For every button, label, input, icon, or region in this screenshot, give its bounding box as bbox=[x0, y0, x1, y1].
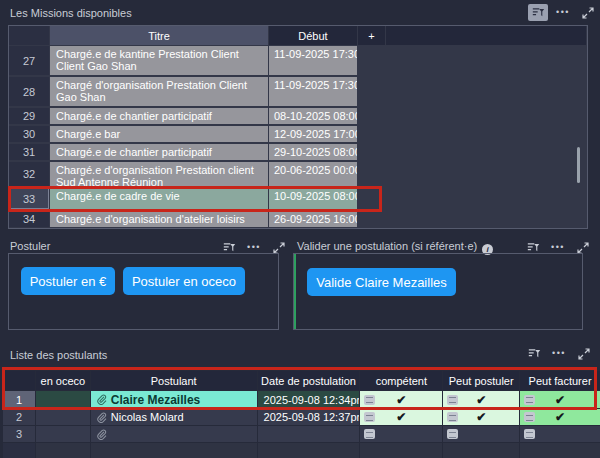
postuler-euro-button[interactable]: Postuler en € bbox=[21, 267, 115, 295]
postulant-row-number: 3 bbox=[3, 426, 35, 442]
peut-facturer-checkbox-cell[interactable]: ✔ bbox=[520, 391, 600, 408]
peut-postuler-checkbox-cell[interactable] bbox=[443, 426, 519, 442]
mission-start-cell[interactable]: 20-06-2025 00:00 bbox=[269, 162, 357, 186]
postulant-oceco-cell[interactable] bbox=[36, 426, 90, 442]
postulants-header-peut-facturer[interactable]: Peut facturer bbox=[520, 371, 600, 390]
missions-header-titre[interactable]: Titre bbox=[50, 26, 268, 45]
checkbox-menu-icon[interactable] bbox=[364, 412, 375, 422]
check-icon: ✔ bbox=[555, 394, 565, 406]
valider-panel: Valide Claire Mezailles bbox=[293, 253, 583, 330]
paperclip-icon[interactable] bbox=[96, 429, 107, 440]
checkbox-menu-icon[interactable] bbox=[447, 412, 458, 422]
valide-claire-button[interactable]: Valide Claire Mezailles bbox=[307, 268, 456, 296]
postuler-more-icon[interactable]: ••• bbox=[247, 243, 261, 252]
checkbox-menu-icon[interactable] bbox=[364, 395, 375, 405]
competent-checkbox-cell[interactable] bbox=[360, 426, 442, 442]
postulant-oceco-cell[interactable] bbox=[36, 409, 90, 425]
mission-title-cell[interactable]: Chargé.e d'organisation d'atelier loisir… bbox=[50, 211, 268, 227]
postulant-name-cell[interactable] bbox=[91, 443, 257, 458]
mission-title-cell[interactable]: Chargé.e de chantier participatif bbox=[50, 144, 268, 160]
mission-start-cell[interactable]: 12-09-2025 17:00 bbox=[269, 126, 357, 142]
paperclip-icon[interactable] bbox=[96, 412, 107, 423]
postulant-row-number: 2 bbox=[3, 409, 35, 425]
mission-start-cell[interactable]: 11-09-2025 17:30 bbox=[269, 46, 357, 75]
paperclip-icon[interactable] bbox=[96, 394, 107, 405]
missions-filter-icon[interactable] bbox=[528, 4, 548, 21]
postulant-row[interactable]: 3 bbox=[3, 426, 600, 442]
postulants-more-icon[interactable]: ••• bbox=[552, 349, 566, 358]
mission-title-cell[interactable]: Chargé.e de kantine Prestation Client Cl… bbox=[50, 46, 268, 75]
peut-facturer-checkbox-cell[interactable] bbox=[520, 426, 600, 442]
missions-expand-icon[interactable] bbox=[578, 4, 598, 21]
postulants-header-rownum bbox=[3, 371, 35, 390]
mission-row[interactable]: 30 Chargé.e bar 12-09-2025 17:00 bbox=[9, 126, 587, 142]
postulant-oceco-cell[interactable] bbox=[36, 391, 90, 408]
mission-row[interactable]: 29 Chargé.e de chantier participatif 08-… bbox=[9, 108, 587, 124]
mission-row-number: 29 bbox=[9, 108, 49, 124]
checkbox-menu-icon[interactable] bbox=[524, 429, 535, 439]
mission-row[interactable]: 31 Chargé.e de chantier participatif 29-… bbox=[9, 144, 587, 160]
peut-facturer-checkbox-cell[interactable] bbox=[520, 443, 600, 458]
missions-panel-title: Les Missions disponibles bbox=[10, 7, 132, 19]
mission-row[interactable]: 34 Chargé.e d'organisation d'atelier loi… bbox=[9, 211, 587, 227]
mission-title-cell[interactable]: Chargé d'organisation Prestation Client … bbox=[50, 77, 268, 106]
postulant-oceco-cell[interactable] bbox=[36, 443, 90, 458]
mission-title-cell[interactable]: Chargé.e d'organisation Prestation clien… bbox=[50, 162, 268, 186]
peut-postuler-checkbox-cell[interactable]: ✔ bbox=[443, 409, 519, 425]
valider-title-text: Valider une postulation (si référent·e) bbox=[297, 240, 477, 252]
postulant-row[interactable] bbox=[3, 443, 600, 458]
mission-start-cell[interactable]: 10-09-2025 08:00 bbox=[269, 188, 357, 209]
postulant-row[interactable]: 1 Claire Mezailles 2025-09-08 12:34pm ✔ … bbox=[3, 391, 600, 408]
competent-checkbox-cell[interactable]: ✔ bbox=[360, 391, 442, 408]
peut-postuler-checkbox-cell[interactable]: ✔ bbox=[443, 391, 519, 408]
checkbox-menu-icon[interactable] bbox=[447, 395, 458, 405]
missions-vertical-scrollbar[interactable] bbox=[577, 147, 580, 183]
missions-more-icon[interactable]: ••• bbox=[556, 8, 570, 17]
mission-row-number: 34 bbox=[9, 211, 49, 227]
valider-more-icon[interactable]: ••• bbox=[551, 243, 565, 252]
postulants-header-postulant[interactable]: Postulant bbox=[91, 371, 257, 390]
peut-facturer-checkbox-cell[interactable]: ✔ bbox=[520, 409, 600, 425]
mission-start-cell[interactable]: 08-10-2025 08:00 bbox=[269, 108, 357, 124]
postulants-header-en-oceco[interactable]: en oceco bbox=[36, 371, 90, 390]
competent-checkbox-cell[interactable]: ✔ bbox=[360, 409, 442, 425]
postulant-date-cell[interactable] bbox=[258, 443, 360, 458]
mission-start-cell[interactable]: 29-10-2025 08:00 bbox=[269, 144, 357, 160]
postulants-rows: 1 Claire Mezailles 2025-09-08 12:34pm ✔ … bbox=[3, 391, 600, 458]
mission-row[interactable]: 33 Chargé.e de cadre de vie 10-09-2025 0… bbox=[9, 188, 587, 209]
postulant-name-cell[interactable] bbox=[91, 426, 257, 442]
checkbox-menu-icon[interactable] bbox=[447, 429, 458, 439]
postulant-name-cell[interactable]: Nicolas Molard bbox=[91, 409, 257, 425]
mission-row[interactable]: 32 Chargé.e d'organisation Prestation cl… bbox=[9, 162, 587, 186]
postulant-date-cell[interactable] bbox=[258, 426, 360, 442]
missions-table: Titre Début + 27 Chargé.e de kantine Pre… bbox=[8, 25, 588, 229]
postulant-row[interactable]: 2 Nicolas Molard 2025-09-08 12:37pm ✔ ✔ … bbox=[3, 409, 600, 425]
mission-start-cell[interactable]: 26-09-2025 16:00 bbox=[269, 211, 357, 227]
mission-title-cell[interactable]: Chargé.e de cadre de vie bbox=[50, 188, 268, 209]
mission-title-cell[interactable]: Chargé.e de chantier participatif bbox=[50, 108, 268, 124]
postulants-header-date[interactable]: Date de postulation bbox=[258, 371, 360, 390]
check-icon: ✔ bbox=[476, 411, 486, 423]
check-icon: ✔ bbox=[396, 411, 406, 423]
checkbox-menu-icon[interactable] bbox=[524, 395, 535, 405]
postulant-date-cell[interactable]: 2025-09-08 12:37pm bbox=[258, 409, 360, 425]
postulant-date-cell[interactable]: 2025-09-08 12:34pm bbox=[258, 391, 360, 408]
postulants-expand-icon[interactable] bbox=[574, 345, 594, 362]
mission-title-cell[interactable]: Chargé.e bar bbox=[50, 126, 268, 142]
postulants-header-peut-postuler[interactable]: Peut postuler bbox=[443, 371, 519, 390]
mission-row[interactable]: 27 Chargé.e de kantine Prestation Client… bbox=[9, 46, 587, 75]
mission-start-cell[interactable]: 11-09-2025 17:30 bbox=[269, 77, 357, 106]
checkbox-menu-icon[interactable] bbox=[524, 412, 535, 422]
missions-header-debut[interactable]: Début bbox=[269, 26, 357, 45]
postulant-name: Nicolas Molard bbox=[111, 411, 184, 423]
checkbox-menu-icon[interactable] bbox=[364, 429, 375, 439]
postulant-name-cell[interactable]: Claire Mezailles bbox=[91, 391, 257, 408]
competent-checkbox-cell[interactable] bbox=[360, 443, 442, 458]
peut-postuler-checkbox-cell[interactable] bbox=[443, 443, 519, 458]
postuler-oceco-button[interactable]: Postuler en oceco bbox=[123, 267, 245, 295]
postulants-filter-icon[interactable] bbox=[524, 345, 544, 362]
postulants-header-competent[interactable]: compétent bbox=[360, 371, 442, 390]
missions-rows: 27 Chargé.e de kantine Prestation Client… bbox=[9, 46, 587, 229]
mission-row[interactable]: 28 Chargé d'organisation Prestation Clie… bbox=[9, 77, 587, 106]
missions-header-add-column[interactable]: + bbox=[358, 26, 385, 45]
